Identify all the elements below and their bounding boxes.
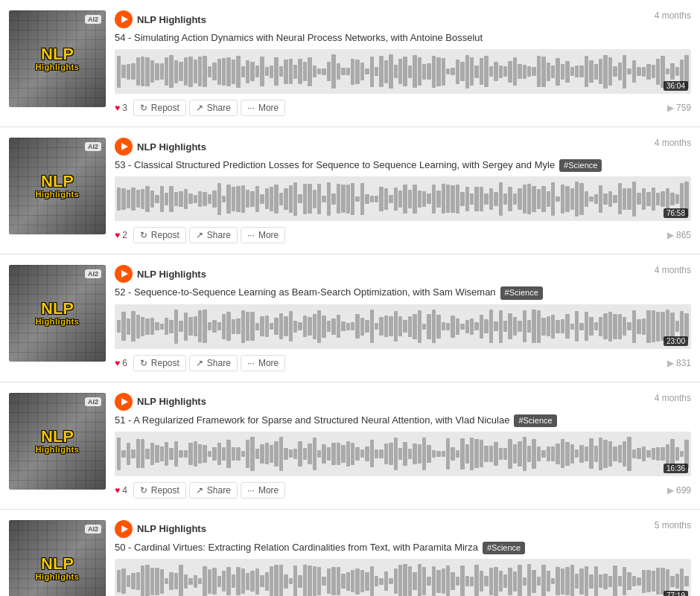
play-count-icon: ▶ [667,103,674,113]
share-icon: ↗ [196,103,203,113]
episode-content: NLP Highlights5 months50 - Cardinal Virt… [115,520,691,596]
episode-thumbnail: AI2NLPHighlights [9,10,106,107]
share-button[interactable]: ↗ Share [189,227,238,243]
more-button[interactable]: ··· More [241,227,285,243]
heart-icon: ♥ [115,103,120,113]
ai-badge: AI2 [85,525,101,533]
share-button[interactable]: ↗ Share [189,355,238,371]
ai-badge: AI2 [85,269,101,278]
more-button[interactable]: ··· More [241,482,285,499]
episode-actions: ♥ 4↻ Repost↗ Share··· More▶ 699 [115,482,691,499]
repost-icon: ↻ [140,230,147,240]
episode-header: NLP Highlights4 months [115,10,691,28]
more-button[interactable]: ··· More [241,100,285,116]
episode-actions: ♥ 2↻ Repost↗ Share··· More▶ 865 [115,227,691,243]
science-tag[interactable]: #Science [559,159,602,172]
play-button[interactable] [115,520,133,538]
repost-button[interactable]: ↻ Repost [133,482,186,499]
play-count: ▶ 831 [667,358,691,368]
channel-name[interactable]: NLP Highlights [137,396,206,407]
waveform[interactable]: 77:19 [115,559,691,596]
episode-actions: ♥ 3↻ Repost↗ Share··· More▶ 759 [115,100,691,116]
channel-name[interactable]: NLP Highlights [137,269,206,280]
episode-content: NLP Highlights4 months52 - Sequence-to-S… [115,265,691,371]
science-tag[interactable]: #Science [483,542,525,554]
episode-content: NLP Highlights4 months51 - A Regularized… [115,393,691,499]
duration-badge: 76:58 [664,208,688,218]
episode-meta-left: NLP Highlights [115,265,206,283]
share-button[interactable]: ↗ Share [189,100,238,116]
play-count-icon: ▶ [667,230,674,240]
repost-icon: ↻ [140,358,147,368]
play-button[interactable] [115,10,133,28]
channel-name[interactable]: NLP Highlights [137,14,206,25]
episode-header: NLP Highlights5 months [115,520,691,538]
repost-button[interactable]: ↻ Repost [133,355,186,371]
waveform[interactable]: 76:58 [115,176,691,221]
like-button[interactable]: ♥ 3 [115,103,127,113]
heart-icon: ♥ [115,230,120,240]
duration-badge: 23:00 [664,336,688,346]
episode-time: 4 months [655,265,691,275]
more-icon: ··· [247,103,255,113]
duration-badge: 36:04 [664,81,688,91]
play-button[interactable] [115,393,133,411]
channel-name[interactable]: NLP Highlights [137,523,206,534]
more-icon: ··· [247,485,255,496]
ai-badge: AI2 [85,397,101,406]
waveform[interactable]: 23:00 [115,304,691,349]
episode-meta-left: NLP Highlights [115,10,206,28]
episode-header: NLP Highlights4 months [115,138,691,156]
repost-button[interactable]: ↻ Repost [133,100,186,116]
episode-thumbnail: AI2NLPHighlights [9,138,106,234]
share-icon: ↗ [196,485,203,496]
share-button[interactable]: ↗ Share [189,482,238,499]
play-count: ▶ 865 [667,230,691,240]
repost-button[interactable]: ↻ Repost [133,227,186,243]
play-count-icon: ▶ [667,485,674,496]
science-tag[interactable]: #Science [500,286,543,299]
episode-header: NLP Highlights4 months [115,265,691,283]
heart-icon: ♥ [115,358,120,368]
episode-card: AI2NLPHighlightsNLP Highlights4 months52… [0,254,700,382]
episode-title[interactable]: 52 - Sequence-to-Sequence Learning as Be… [115,286,691,299]
ai-badge: AI2 [85,142,101,151]
play-button[interactable] [115,265,133,283]
waveform[interactable]: 36:04 [115,49,691,94]
episode-title[interactable]: 53 - Classical Structured Prediction Los… [115,158,691,172]
episode-card: AI2NLPHighlightsNLP Highlights5 months50… [0,510,700,596]
repost-icon: ↻ [140,485,147,496]
share-icon: ↗ [196,230,203,240]
waveform[interactable]: 16:36 [115,432,691,476]
episode-time: 4 months [655,138,691,148]
episode-title[interactable]: 50 - Cardinal Virtues: Extracting Relati… [115,541,691,554]
like-button[interactable]: ♥ 6 [115,358,127,368]
play-button[interactable] [115,138,133,156]
episode-meta-left: NLP Highlights [115,520,206,538]
play-count-icon: ▶ [667,358,674,368]
episode-header: NLP Highlights4 months [115,393,691,411]
episode-content: NLP Highlights4 months54 - Simulating Ac… [115,10,691,116]
episode-thumbnail: AI2NLPHighlights [9,265,106,362]
episode-thumbnail: AI2NLPHighlights [9,520,106,596]
episode-time: 4 months [655,10,691,21]
episode-card: AI2NLPHighlightsNLP Highlights4 months51… [0,382,700,510]
like-button[interactable]: ♥ 4 [115,485,127,496]
episode-time: 4 months [655,393,691,403]
episode-card: AI2NLPHighlightsNLP Highlights4 months54… [0,0,700,127]
more-icon: ··· [247,230,255,240]
episode-time: 5 months [655,520,691,531]
play-count: ▶ 699 [667,485,691,496]
more-button[interactable]: ··· More [241,355,285,371]
episode-meta-left: NLP Highlights [115,393,206,411]
episode-actions: ♥ 6↻ Repost↗ Share··· More▶ 831 [115,355,691,371]
like-button[interactable]: ♥ 2 [115,230,127,240]
repost-icon: ↻ [140,103,147,113]
episode-title[interactable]: 54 - Simulating Action Dynamics with Neu… [115,31,691,45]
channel-name[interactable]: NLP Highlights [137,141,206,153]
episode-title[interactable]: 51 - A Regularized Framework for Sparse … [115,414,691,427]
episode-meta-left: NLP Highlights [115,138,206,156]
duration-badge: 77:19 [664,591,688,596]
heart-icon: ♥ [115,485,120,496]
science-tag[interactable]: #Science [514,414,556,427]
